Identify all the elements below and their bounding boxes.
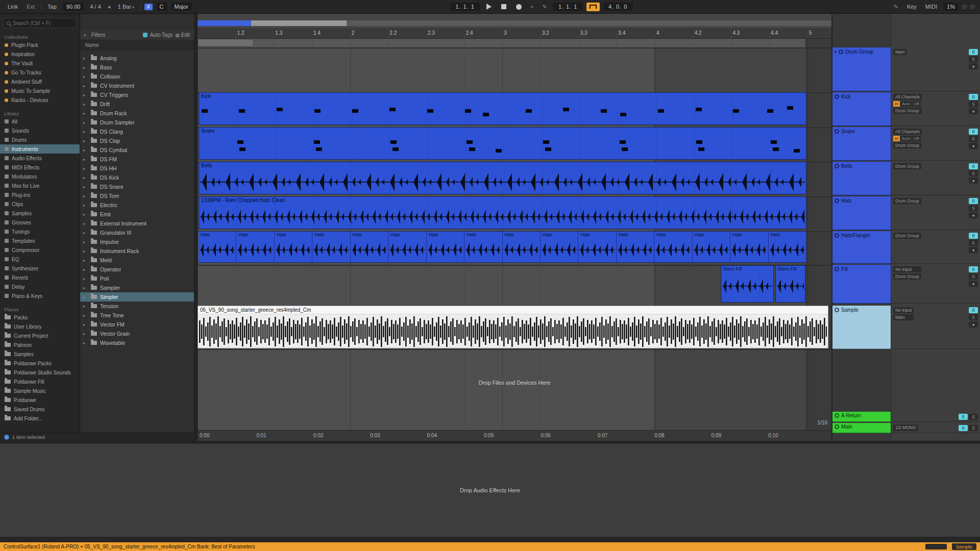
device-item-wavetable[interactable]: ▸Wavetable xyxy=(80,338,194,347)
clip-hats[interactable]: Hats xyxy=(578,231,616,263)
volume-box[interactable]: 0 xyxy=(959,414,968,420)
sidebar-item-the-vault[interactable]: The Vault xyxy=(0,59,80,68)
routing-chip[interactable]: All Channels xyxy=(893,94,922,100)
clip-hats[interactable]: Hats xyxy=(312,231,350,263)
sidebar-item-music-to-sample[interactable]: Music To Sample xyxy=(0,86,80,95)
expand-triangle-icon[interactable]: ▸ xyxy=(83,322,88,327)
arrangement-view[interactable]: 1.21.31.422.22.32.433.23.33.444.24.34.45… xyxy=(197,14,831,441)
sidebar-item-max-for-live[interactable]: Max for Live xyxy=(0,181,80,190)
expand-triangle-icon[interactable]: ▸ xyxy=(83,74,88,79)
sidebar-item-compressor[interactable]: Compressor xyxy=(0,245,80,255)
device-item-vector-grain[interactable]: ▸Vector Grain xyxy=(80,329,194,338)
monitor-option-auto[interactable]: Auto xyxy=(900,136,912,141)
sidebar-item-packs[interactable]: Packs xyxy=(0,313,80,322)
expand-triangle-icon[interactable]: ▸ xyxy=(83,84,88,88)
volume-box[interactable]: 0 xyxy=(969,94,978,100)
expand-triangle-icon[interactable]: ▸ xyxy=(83,295,88,299)
monitor-option-off[interactable]: Off xyxy=(912,101,921,107)
scale-mode-icon[interactable]: # xyxy=(144,4,153,10)
expand-triangle-icon[interactable]: ▸ xyxy=(83,130,88,134)
clip-chopped-hats[interactable]: 133BPM - Rare Chopped Hats Clean xyxy=(199,196,806,229)
sidebar-item-plug-ins[interactable]: Plug-ins xyxy=(0,190,80,199)
device-item-electric[interactable]: ▸Electric xyxy=(80,201,194,210)
device-item-cv-instrument[interactable]: ▸CV Instrument xyxy=(80,81,194,90)
expand-triangle-icon[interactable]: ▸ xyxy=(83,111,88,116)
solo-button[interactable]: S xyxy=(969,205,978,211)
device-item-instrument-rack[interactable]: ▸Instrument Rack xyxy=(80,246,194,256)
solo-button[interactable]: S xyxy=(969,414,978,420)
grid-resolution-label[interactable]: 1/16 xyxy=(818,420,827,425)
sidebar-item-inspiration[interactable]: Inspiration xyxy=(0,49,80,59)
sidebar-item-audio-effects[interactable]: Audio Effects xyxy=(0,154,80,163)
clip-hats[interactable]: Hats xyxy=(730,231,768,263)
clip-sample-audio[interactable]: 05_VS_90_song_starter_greece_res4mpled_C… xyxy=(198,306,828,348)
tap-tempo-button[interactable]: Tap xyxy=(45,3,59,11)
monitor-option-in[interactable]: In xyxy=(893,101,900,107)
device-item-ds-hh[interactable]: ▸DS HH xyxy=(80,164,194,173)
expand-triangle-icon[interactable]: ▸ xyxy=(83,286,88,290)
clip-hats[interactable]: Hats xyxy=(654,231,692,263)
arm-button[interactable]: ● xyxy=(969,321,978,328)
track-header-drum-group[interactable]: ▾Drum Group xyxy=(832,47,891,91)
ext-sync-button[interactable]: Ext xyxy=(24,3,37,11)
device-item-ds-fm[interactable]: ▸DS FM xyxy=(80,155,194,164)
expand-triangle-icon[interactable]: ▸ xyxy=(83,277,88,281)
device-item-sampler[interactable]: ▸Sampler xyxy=(80,283,194,292)
overdub-button[interactable]: + xyxy=(528,3,536,11)
arm-button[interactable]: ● xyxy=(969,281,978,287)
device-item-ds-kick[interactable]: ▸DS Kick xyxy=(80,173,194,182)
automation-arm-button[interactable]: ✎ xyxy=(540,3,549,11)
arm-button[interactable]: ● xyxy=(969,247,978,253)
device-item-emit[interactable]: ▸Emit xyxy=(80,210,194,219)
loop-start-display[interactable]: 1. 1. 1 xyxy=(553,3,583,11)
expand-triangle-icon[interactable]: ▸ xyxy=(83,166,88,171)
scale-name-select[interactable]: Major xyxy=(171,3,192,11)
monitor-option-in[interactable]: In xyxy=(893,136,900,141)
arm-button[interactable]: ● xyxy=(969,212,978,218)
expand-triangle-icon[interactable]: ▸ xyxy=(83,231,88,235)
device-item-granulator-iii[interactable]: ▸Granulator III xyxy=(80,228,194,237)
clip-hats[interactable]: Hats xyxy=(199,231,236,263)
group-mini-clip[interactable] xyxy=(199,40,253,46)
device-item-ds-snare[interactable]: ▸DS Snare xyxy=(80,182,194,191)
filters-toggle[interactable]: ▸ Filters xyxy=(84,32,105,38)
expand-triangle-icon[interactable]: ▸ xyxy=(83,157,88,162)
device-item-ds-clang[interactable]: ▸DS Clang xyxy=(80,127,194,136)
sidebar-item-drums[interactable]: Drums xyxy=(0,135,80,144)
stop-button[interactable] xyxy=(498,3,509,11)
sidebar-item-current-project[interactable]: Current Project xyxy=(0,331,80,340)
solo-button[interactable]: S xyxy=(969,240,978,246)
monitor-option-off[interactable]: Off xyxy=(912,136,921,141)
expand-triangle-icon[interactable]: ▸ xyxy=(83,203,88,208)
clip-snare[interactable]: Snare xyxy=(199,127,806,160)
device-item-analog[interactable]: ▸Analog xyxy=(80,54,194,63)
sidebar-item-poldaowe[interactable]: Poldaowe xyxy=(0,395,80,405)
arm-button[interactable]: ● xyxy=(969,178,978,184)
solo-button[interactable]: S xyxy=(969,273,978,280)
clip-disco-fill[interactable]: Disco Fill xyxy=(721,265,774,303)
play-button[interactable] xyxy=(483,3,495,11)
routing-chip[interactable]: Drum Group xyxy=(893,108,922,114)
solo-button[interactable]: S xyxy=(969,136,978,142)
expand-triangle-icon[interactable]: ▸ xyxy=(83,185,88,189)
auto-tags-toggle[interactable]: Auto Tags xyxy=(150,32,173,38)
device-item-bass[interactable]: ▸Bass xyxy=(80,63,194,72)
routing-chip[interactable]: Drum Group xyxy=(893,142,922,148)
device-item-simpler[interactable]: ▸Simpler xyxy=(80,292,194,302)
metronome-icon[interactable]: ▲ xyxy=(107,4,112,9)
expand-triangle-icon[interactable]: ▸ xyxy=(83,65,88,70)
sidebar-item-patreon[interactable]: Patreon xyxy=(0,340,80,349)
sidebar-item-samples[interactable]: Samples xyxy=(0,209,80,218)
draw-mode-button[interactable]: ✎ xyxy=(891,3,901,11)
device-item-meld[interactable]: ▸Meld xyxy=(80,256,194,265)
sidebar-item-eq[interactable]: EQ xyxy=(0,255,80,264)
sidebar-item-poldaowe-fill[interactable]: Poldaowe Fill xyxy=(0,377,80,386)
sidebar-item-templates[interactable]: Templates xyxy=(0,236,80,245)
sidebar-item-saved-drums[interactable]: Saved Drums xyxy=(0,405,80,414)
device-item-cv-triggers[interactable]: ▸CV Triggers xyxy=(80,90,194,99)
device-item-impulse[interactable]: ▸Impulse xyxy=(80,237,194,246)
sidebar-item-instruments[interactable]: Instruments xyxy=(0,144,80,154)
track-header-a-return[interactable]: A Return xyxy=(832,412,891,422)
edit-filters-button[interactable]: ▦ Edit xyxy=(175,32,190,38)
midi-map-button[interactable]: MIDI xyxy=(923,3,940,11)
